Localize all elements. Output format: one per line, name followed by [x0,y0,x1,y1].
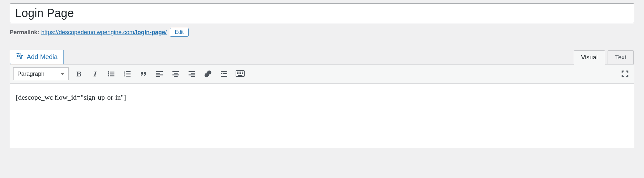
toolbar-toggle-button[interactable] [234,68,246,80]
bold-button[interactable]: B [73,68,85,80]
svg-rect-12 [126,74,131,74]
svg-rect-20 [174,73,178,74]
add-media-label: Add Media [27,53,58,61]
align-center-icon [172,70,180,78]
camera-music-icon [16,53,24,61]
bullet-list-button[interactable] [105,68,117,80]
svg-rect-28 [221,73,222,74]
numbered-list-icon: 1 2 3 [123,70,131,78]
svg-rect-27 [221,71,227,72]
svg-rect-4 [110,72,114,73]
post-title-input[interactable] [10,3,634,23]
align-center-button[interactable] [170,68,181,80]
italic-icon: I [93,70,96,78]
chevron-down-icon [61,73,64,75]
svg-rect-26 [191,76,195,77]
numbered-list-button[interactable]: 1 2 3 [122,68,133,80]
read-more-button[interactable] [218,68,230,80]
permalink-link[interactable]: https://descopedemo.wpengine.com/login-p… [41,29,167,36]
svg-rect-17 [156,74,163,75]
edit-permalink-button[interactable]: Edit [170,28,189,37]
svg-rect-14 [126,76,131,77]
svg-rect-41 [238,75,242,76]
format-dropdown-label: Paragraph [17,71,44,77]
italic-button[interactable]: I [89,68,101,80]
align-left-icon [156,70,163,78]
blockquote-button[interactable] [138,68,149,80]
svg-point-3 [108,71,109,73]
svg-rect-19 [172,71,179,72]
svg-rect-38 [239,73,239,74]
svg-rect-31 [221,76,227,77]
align-right-icon [188,70,196,78]
svg-rect-39 [240,73,241,74]
svg-rect-36 [242,72,243,73]
svg-rect-35 [240,72,241,73]
fullscreen-icon [621,70,629,77]
svg-rect-15 [156,71,163,72]
svg-rect-30 [225,73,227,74]
permalink-slug: login-page/ [136,29,167,35]
svg-text:2: 2 [124,73,125,75]
svg-rect-10 [126,71,131,72]
svg-rect-25 [189,74,195,75]
bullet-list-icon [107,70,115,78]
svg-rect-24 [191,73,195,74]
bold-icon: B [76,70,82,78]
tab-visual[interactable]: Visual [574,50,605,64]
svg-text:1: 1 [124,71,125,73]
svg-rect-29 [223,73,225,74]
add-media-button[interactable]: Add Media [10,50,64,64]
svg-rect-21 [172,74,179,75]
svg-rect-2 [17,53,19,54]
svg-rect-8 [110,75,114,76]
read-more-icon [220,70,228,78]
svg-rect-22 [174,76,178,77]
quote-icon [140,70,147,78]
link-button[interactable] [202,68,214,80]
align-left-button[interactable] [154,68,165,80]
svg-rect-18 [156,76,160,77]
svg-rect-40 [242,73,243,74]
permalink-row: Permalink: https://descopedemo.wpengine.… [10,28,634,37]
svg-rect-16 [156,73,160,74]
editor-toolbar: Paragraph B I 1 2 3 [10,64,634,84]
editor-content[interactable]: [descope_wc flow_id="sign-up-or-in"] [10,84,634,148]
keyboard-icon [236,70,245,78]
svg-text:3: 3 [124,75,125,77]
permalink-label: Permalink: [10,29,39,36]
svg-rect-0 [16,54,21,58]
editor-text: [descope_wc flow_id="sign-up-or-in"] [16,93,126,101]
fullscreen-button[interactable] [619,68,631,80]
svg-point-5 [108,73,109,74]
svg-rect-23 [189,71,195,72]
svg-rect-34 [239,72,239,73]
svg-rect-37 [237,73,238,74]
format-dropdown[interactable]: Paragraph [13,67,69,80]
svg-rect-6 [110,74,114,74]
svg-rect-33 [237,72,238,73]
link-icon [204,70,212,78]
permalink-base: https://descopedemo.wpengine.com/ [41,29,136,35]
svg-point-1 [17,55,19,57]
svg-point-7 [108,75,109,76]
align-right-button[interactable] [186,68,198,80]
tab-text[interactable]: Text [608,50,634,64]
